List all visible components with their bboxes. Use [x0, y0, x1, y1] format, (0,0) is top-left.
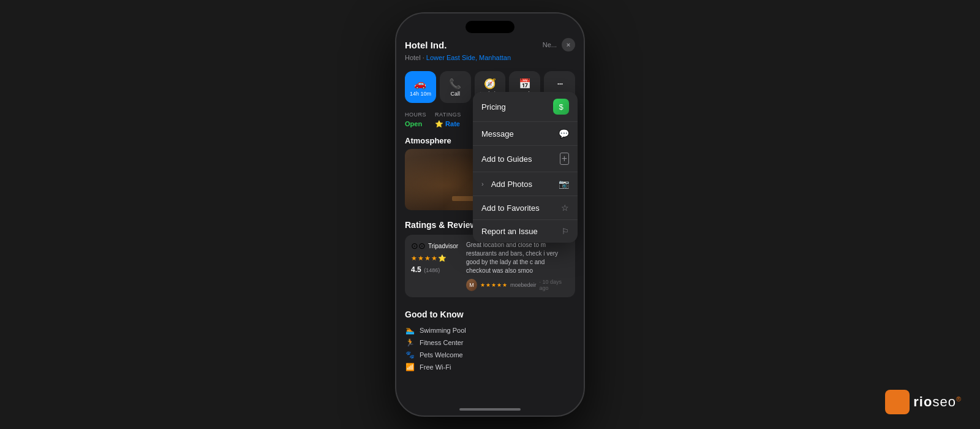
- tripadvisor-logo: ⊙⊙ Tripadvisor: [411, 241, 460, 251]
- reviewer-stars: ★ ★ ★ ★ ★: [480, 282, 507, 288]
- reviewer-avatar: M: [466, 279, 477, 291]
- star-half: ⭐: [438, 254, 447, 262]
- add-favorites-label: Add to Favorites: [481, 203, 540, 213]
- pricing-icon: $: [553, 99, 569, 115]
- dropdown-item-add-photos[interactable]: › Add Photos 📷: [473, 172, 578, 196]
- rev-star-3: ★: [491, 282, 496, 288]
- directions-icon: 🚗: [414, 78, 426, 89]
- ratings-section-title: Ratings & Reviews: [405, 220, 481, 230]
- good-to-know-section: Good to Know 🏊 Swimming Pool 🏃 Fitness C…: [396, 303, 584, 379]
- star-1: ★: [411, 254, 417, 262]
- dropdown-menu: Pricing $ Message 💬 Add to Guides + ›: [473, 92, 578, 243]
- review-text: Great location and close to m restaurant…: [466, 241, 569, 275]
- phone-frame: Hotel Ind. Ne... × Hotel · Lower East Si…: [395, 12, 585, 417]
- rio-text: rio: [913, 394, 932, 409]
- dropdown-item-add-guides[interactable]: Add to Guides +: [473, 146, 578, 172]
- rioseo-brand: rioseo®: [885, 390, 962, 414]
- close-button[interactable]: ×: [562, 38, 575, 51]
- tripadvisor-name: Tripadvisor: [428, 243, 458, 249]
- call-button[interactable]: 📞 Call: [440, 71, 471, 103]
- pool-label: Swimming Pool: [420, 327, 466, 334]
- place-title: Hotel Ind.: [405, 40, 447, 50]
- amenity-fitness: 🏃 Fitness Center: [405, 336, 575, 349]
- rating-count: (1486): [424, 267, 440, 273]
- dropdown-item-pricing[interactable]: Pricing $: [473, 92, 578, 122]
- good-to-know-title: Good to Know: [405, 309, 575, 319]
- rating-value: 4.5: [411, 265, 421, 274]
- star-4: ★: [431, 254, 437, 262]
- hours-info: HOURS Open: [405, 112, 426, 129]
- pricing-label: Pricing: [481, 102, 506, 112]
- dropdown-item-add-favorites[interactable]: Add to Favorites ☆: [473, 196, 578, 220]
- place-title-row: Hotel Ind. Ne... ×: [405, 38, 575, 51]
- dropdown-item-message[interactable]: Message 💬: [473, 122, 578, 146]
- trademark-symbol: ®: [956, 395, 962, 403]
- chevron-right-icon: ›: [481, 180, 484, 188]
- message-icon: 💬: [559, 129, 569, 139]
- hours-value: Open: [405, 120, 422, 127]
- more-icon: ···: [557, 77, 562, 90]
- place-type-label: Hotel ·: [405, 54, 426, 61]
- seo-text: seo: [932, 394, 956, 409]
- directions-button[interactable]: 🚗 14h 10m: [405, 71, 436, 103]
- camera-icon: 📷: [559, 179, 569, 189]
- review-meta: M ★ ★ ★ ★ ★ moebedeir · 10 days ago: [466, 279, 569, 291]
- website-icon: 🧭: [484, 78, 496, 89]
- add-guides-icon: +: [560, 153, 569, 165]
- page-wrapper: Hotel Ind. Ne... × Hotel · Lower East Si…: [0, 0, 980, 429]
- wifi-label: Free Wi-Fi: [420, 363, 451, 371]
- pool-icon: 🏊: [405, 326, 415, 335]
- hours-label: HOURS: [405, 112, 426, 118]
- report-label: Report an Issue: [481, 227, 538, 236]
- pets-label: Pets Welcome: [420, 351, 463, 359]
- dynamic-island: [466, 21, 514, 33]
- amenity-pool: 🏊 Swimming Pool: [405, 324, 575, 336]
- tripadvisor-card: ⊙⊙ Tripadvisor ★ ★ ★ ★ ⭐ 4.5 (1: [405, 235, 575, 297]
- message-label: Message: [481, 129, 514, 139]
- pets-icon: 🐾: [405, 351, 415, 359]
- reviewer-name: moebedeir: [510, 282, 537, 288]
- rev-star-5: ★: [502, 282, 507, 288]
- wifi-icon: 📶: [405, 363, 415, 371]
- rioseo-text: rioseo®: [913, 394, 962, 410]
- rev-star-4: ★: [497, 282, 502, 288]
- rate-link[interactable]: ⭐ Rate: [435, 120, 460, 127]
- call-icon: 📞: [449, 78, 461, 89]
- place-signal-text: Ne...: [543, 41, 557, 48]
- ratings-info: RATINGS ⭐ Rate: [435, 112, 461, 129]
- dropdown-item-report[interactable]: Report an Issue ⚐: [473, 220, 578, 243]
- reviewer-date: · 10 days ago: [539, 279, 569, 291]
- close-icon: ×: [567, 41, 570, 48]
- ratings-label: RATINGS: [435, 112, 461, 118]
- fitness-icon: 🏃: [405, 338, 415, 347]
- star-2: ★: [418, 254, 424, 262]
- star-3: ★: [424, 254, 431, 262]
- place-title-right: Ne... ×: [543, 38, 575, 51]
- add-photos-left: › Add Photos: [481, 180, 532, 189]
- fitness-label: Fitness Center: [420, 339, 464, 346]
- place-subtitle: Hotel · Lower East Side, Manhattan: [405, 54, 575, 61]
- tripadvisor-left: ⊙⊙ Tripadvisor ★ ★ ★ ★ ⭐ 4.5 (1: [411, 241, 460, 291]
- tripadvisor-right: Great location and close to m restaurant…: [466, 241, 569, 291]
- directions-label: 14h 10m: [410, 91, 431, 97]
- home-indicator: [459, 408, 521, 411]
- amenity-wifi: 📶 Free Wi-Fi: [405, 361, 575, 373]
- call-label: Call: [450, 91, 460, 97]
- screen-content: Hotel Ind. Ne... × Hotel · Lower East Si…: [396, 13, 584, 416]
- star-icon: ☆: [561, 203, 569, 213]
- rev-star-2: ★: [486, 282, 491, 288]
- book-icon: 📅: [519, 78, 531, 89]
- phone-screen: Hotel Ind. Ne... × Hotel · Lower East Si…: [396, 13, 584, 416]
- rioseo-logo-icon: [885, 390, 910, 414]
- add-guides-label: Add to Guides: [481, 154, 532, 164]
- rev-star-1: ★: [480, 282, 485, 288]
- report-icon: ⚐: [562, 227, 569, 236]
- rating-stars: ★ ★ ★ ★ ⭐: [411, 254, 460, 262]
- place-location-link[interactable]: Lower East Side, Manhattan: [426, 54, 511, 61]
- amenity-pets: 🐾 Pets Welcome: [405, 349, 575, 361]
- tripadvisor-owl-icon: ⊙⊙: [411, 241, 426, 251]
- add-photos-label: Add Photos: [491, 180, 532, 189]
